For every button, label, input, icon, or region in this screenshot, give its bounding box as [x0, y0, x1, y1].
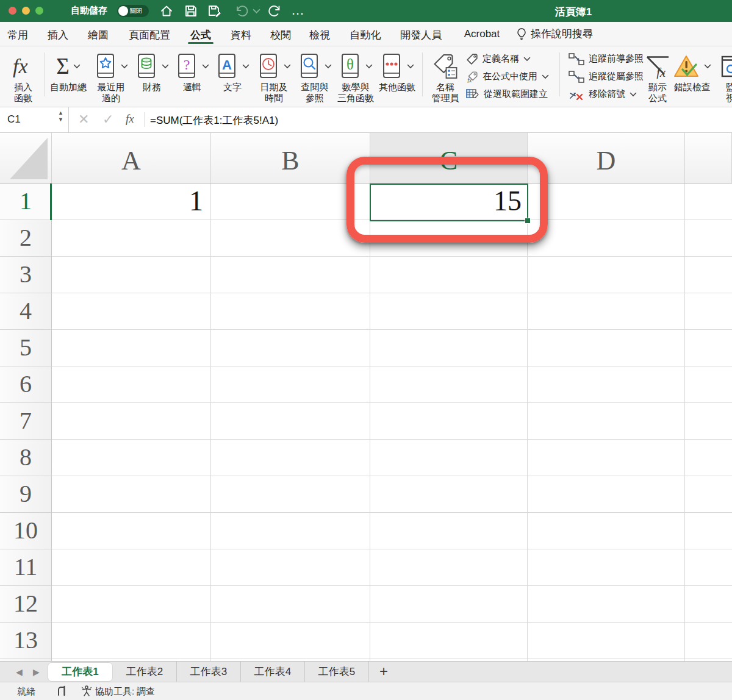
row-header-13[interactable]: 13	[0, 623, 51, 659]
insert-function-button[interactable]: fx 插入 函數	[10, 52, 37, 104]
tab-insert[interactable]: 插入	[48, 28, 68, 42]
redo-refresh-icon[interactable]	[267, 4, 282, 18]
tell-me-search[interactable]: 操作說明搜尋	[516, 27, 593, 41]
autosave-toggle[interactable]: 關閉	[117, 5, 149, 17]
logical-button[interactable]: ? 邏輯	[175, 52, 209, 93]
name-manager-button[interactable]: 名稱 管理員	[432, 52, 459, 104]
macro-record-icon[interactable]	[56, 685, 68, 697]
define-name-button[interactable]: 定義名稱	[466, 50, 549, 68]
show-formulas-button[interactable]: fx 顯示 公式	[644, 52, 672, 104]
sheet-tab-2[interactable]: 工作表2	[113, 662, 177, 682]
formula-input[interactable]: =SUM(工作表1:工作表5!A1)	[150, 113, 278, 127]
autosave-state: 關閉	[130, 7, 142, 15]
row-header-12[interactable]: 12	[0, 586, 51, 623]
tab-view[interactable]: 檢視	[309, 28, 330, 42]
autosum-button[interactable]: Σ 自動加總	[50, 52, 87, 93]
recently-used-book-icon	[94, 53, 117, 80]
row-header-6[interactable]: 6	[0, 366, 51, 403]
tab-draw[interactable]: 繪圖	[88, 28, 109, 42]
ribbon-formulas: fx 插入 函數 Σ 自動加總 最近用 過的	[0, 46, 732, 107]
sheet-tab-4[interactable]: 工作表4	[241, 662, 305, 682]
column-header-d[interactable]: D	[528, 133, 685, 183]
group-separator	[422, 52, 423, 96]
save-as-icon[interactable]	[207, 4, 222, 18]
save-icon[interactable]	[184, 4, 198, 18]
financial-book-icon	[135, 53, 158, 80]
row-header-7[interactable]: 7	[0, 403, 51, 440]
select-all-corner[interactable]	[0, 133, 52, 183]
sheet-tab-1[interactable]: 工作表1	[48, 662, 113, 682]
add-sheet-button[interactable]: +	[379, 663, 388, 680]
tab-page-layout[interactable]: 頁面配置	[129, 28, 170, 42]
name-manager-icon	[432, 53, 459, 80]
more-toolbar-icon[interactable]: …	[291, 2, 306, 18]
maximize-window-icon[interactable]	[35, 7, 43, 15]
text-button[interactable]: A 文字	[215, 52, 249, 93]
tab-data[interactable]: 資料	[231, 28, 251, 42]
cells-area[interactable]	[52, 184, 732, 661]
row-header-4[interactable]: 4	[0, 293, 51, 330]
financial-button[interactable]: 財務	[135, 52, 169, 93]
date-time-button[interactable]: 日期及 時間	[257, 52, 291, 104]
use-in-formula-button[interactable]: fx 在公式中使用	[466, 68, 549, 85]
trace-precedents-button[interactable]: 追蹤前導參照	[569, 50, 644, 68]
trace-dependents-button[interactable]: 追蹤從屬參照	[569, 68, 644, 85]
recently-used-button[interactable]: 最近用 過的	[94, 52, 128, 104]
name-box-stepper[interactable]: ▲ ▼	[58, 110, 63, 123]
remove-arrows-button[interactable]: 移除箭號	[569, 85, 644, 103]
tab-formulas[interactable]: 公式	[190, 28, 211, 42]
row-header-1[interactable]: 1	[0, 184, 51, 220]
formula-bar: C1 ▲ ▼ ✕ ✓ fx =SUM(工作表1:工作表5!A1)	[0, 107, 732, 133]
cancel-icon[interactable]: ✕	[78, 112, 89, 127]
row-header-3[interactable]: 3	[0, 257, 51, 293]
sheet-tab-5[interactable]: 工作表5	[305, 662, 369, 682]
home-icon[interactable]	[159, 4, 174, 18]
tag-icon	[466, 53, 478, 65]
accessibility-icon[interactable]	[81, 685, 93, 697]
tab-review[interactable]: 校閱	[270, 28, 291, 42]
tag-fx-icon: fx	[466, 71, 478, 83]
ready-status: 就緒	[17, 686, 35, 698]
stepper-up-icon[interactable]: ▲	[58, 110, 63, 116]
sheet-nav-left-icon[interactable]: ◀	[16, 667, 23, 677]
row-header-10[interactable]: 10	[0, 513, 51, 549]
column-header-a[interactable]: A	[52, 133, 211, 183]
column-header-e[interactable]	[685, 133, 732, 183]
create-from-selection-icon	[466, 88, 479, 101]
tab-automate[interactable]: 自動化	[350, 28, 381, 42]
sheet-tab-bar: ◀ ▶ 工作表1 工作表2 工作表3 工作表4 工作表5 +	[0, 661, 732, 682]
tab-developer[interactable]: 開發人員	[400, 28, 442, 42]
enter-icon[interactable]: ✓	[102, 112, 113, 127]
create-from-selection-button[interactable]: 從選取範圍建立	[466, 85, 549, 103]
row-header-9[interactable]: 9	[0, 476, 51, 513]
svg-text:fx: fx	[13, 55, 28, 77]
name-box[interactable]: C1 ▲ ▼	[0, 107, 69, 132]
formula-auditing-group: 追蹤前導參照 追蹤從屬參照 移除箭號	[569, 50, 644, 103]
error-checking-button[interactable]: 錯誤檢查	[673, 52, 711, 93]
svg-text:fx: fx	[656, 65, 666, 79]
row-header-8[interactable]: 8	[0, 440, 51, 476]
row-header-2[interactable]: 2	[0, 220, 51, 257]
tab-acrobat[interactable]: Acrobat	[464, 28, 500, 40]
minimize-window-icon[interactable]	[22, 7, 30, 15]
lookup-reference-button[interactable]: 查閱與 參照	[298, 52, 332, 104]
math-trig-button[interactable]: θ 數學與 三角函數	[337, 52, 374, 104]
close-window-icon[interactable]	[9, 7, 16, 15]
watch-window-button[interactable]: 監看 視窗	[721, 52, 732, 104]
sheet-tab-3[interactable]: 工作表3	[177, 662, 241, 682]
stepper-down-icon[interactable]: ▼	[58, 117, 63, 123]
row-header-5[interactable]: 5	[0, 330, 51, 366]
row-header-11[interactable]: 11	[0, 549, 51, 586]
worksheet-grid[interactable]: A B C D 1 2 3 4 5 6 7 8 9 10 11 12 13 1 …	[0, 133, 732, 661]
select-all-triangle-icon	[10, 138, 48, 179]
chevron-down-icon	[523, 57, 531, 62]
more-functions-button[interactable]: 其他函數	[379, 52, 415, 93]
chevron-down-icon	[365, 64, 373, 69]
tab-home[interactable]: 常用	[7, 28, 28, 42]
sheet-nav-right-icon[interactable]: ▶	[33, 667, 40, 677]
svg-text:A: A	[222, 57, 232, 73]
chevron-down-icon	[162, 64, 169, 69]
divider	[144, 112, 145, 127]
insert-function-fx-icon[interactable]: fx	[126, 112, 134, 126]
cell-a1[interactable]: 1	[52, 184, 203, 220]
